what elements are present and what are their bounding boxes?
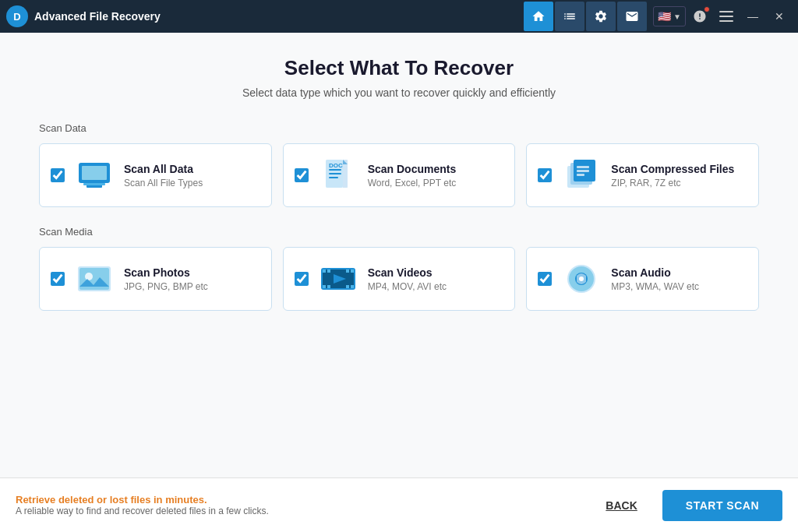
scan-photos-card[interactable]: Scan Photos JPG, PNG, BMP etc (39, 247, 272, 311)
scan-data-section: Scan Data Scan All Data Scan All File Ty… (39, 122, 759, 226)
scan-compressed-card[interactable]: Scan Compressed Files ZIP, RAR, 7Z etc (526, 143, 759, 207)
footer-message: Retrieve deleted or lost files in minute… (16, 494, 596, 516)
footer-actions: BACK START SCAN (596, 490, 782, 521)
scan-all-data-checkbox[interactable] (51, 168, 65, 182)
page-title: Select What To Recover (39, 56, 759, 80)
svg-rect-21 (577, 170, 589, 172)
scan-data-label: Scan Data (39, 122, 759, 134)
nav-home-button[interactable] (524, 2, 553, 31)
svg-rect-15 (329, 177, 338, 178)
nav-settings-button[interactable] (586, 2, 616, 31)
scan-compressed-checkbox[interactable] (538, 168, 552, 182)
scan-documents-text: Scan Documents Word, Excel, PPT etc (368, 163, 504, 188)
scan-audio-subtitle: MP3, WMA, WAV etc (611, 281, 747, 292)
start-scan-button[interactable]: START SCAN (662, 490, 782, 521)
scan-compressed-title: Scan Compressed Files (611, 163, 747, 175)
close-button[interactable]: ✕ (767, 4, 792, 29)
scan-videos-card[interactable]: Scan Videos MP4, MOV, AVI etc (283, 247, 516, 311)
scan-documents-card[interactable]: DOC Scan Documents Word, Excel, PPT etc (283, 143, 516, 207)
nav-mail-button[interactable] (617, 2, 647, 31)
minimize-button[interactable]: — (740, 4, 765, 29)
title-bar: D Advanced File Recovery 🇺🇸 (0, 0, 798, 33)
flag-icon: 🇺🇸 (658, 10, 671, 23)
scan-all-data-card[interactable]: Scan All Data Scan All File Types (39, 143, 272, 207)
scan-all-data-subtitle: Scan All File Types (124, 178, 260, 188)
svg-rect-20 (577, 166, 589, 168)
svg-point-40 (579, 277, 584, 281)
scan-photos-icon (76, 260, 113, 298)
scan-media-grid: Scan Photos JPG, PNG, BMP etc (39, 247, 759, 311)
notification-badge-dot (704, 6, 710, 12)
scan-documents-checkbox[interactable] (295, 168, 309, 182)
scan-videos-checkbox[interactable] (295, 272, 309, 286)
scan-media-label: Scan Media (39, 226, 759, 238)
hamburger-button[interactable] (714, 4, 739, 29)
svg-rect-36 (351, 285, 354, 288)
svg-rect-12 (343, 160, 348, 188)
title-right-controls: 🇺🇸 ▼ — ✕ (653, 4, 792, 29)
svg-rect-2 (719, 11, 733, 12)
scan-documents-title: Scan Documents (368, 163, 504, 175)
svg-rect-14 (329, 173, 341, 174)
scan-audio-icon (563, 260, 600, 298)
scan-compressed-icon (563, 157, 600, 194)
svg-rect-13 (329, 169, 341, 171)
minimize-icon: — (747, 10, 758, 23)
scan-videos-icon (320, 260, 357, 298)
scan-media-section: Scan Media Scan Photos JPG, PNG, BMP etc (39, 226, 759, 329)
svg-rect-34 (351, 270, 354, 273)
scan-audio-card[interactable]: Scan Audio MP3, WMA, WAV etc (526, 247, 759, 311)
scan-photos-title: Scan Photos (124, 266, 260, 279)
scan-audio-checkbox[interactable] (538, 272, 552, 286)
scan-audio-title: Scan Audio (611, 266, 747, 279)
notification-container (687, 4, 712, 29)
scan-all-data-icon (76, 157, 113, 194)
svg-text:D: D (13, 11, 20, 23)
close-icon: ✕ (775, 10, 784, 23)
scan-videos-text: Scan Videos MP4, MOV, AVI etc (368, 266, 504, 292)
main-content: Select What To Recover Select data type … (0, 33, 798, 477)
language-button[interactable]: 🇺🇸 ▼ (653, 6, 686, 26)
scan-compressed-subtitle: ZIP, RAR, 7Z etc (611, 178, 747, 188)
flag-dropdown-icon: ▼ (673, 12, 681, 21)
footer-primary-message: Retrieve deleted or lost files in minute… (16, 494, 596, 506)
back-button[interactable]: BACK (596, 493, 646, 518)
scan-documents-subtitle: Word, Excel, PPT etc (368, 178, 504, 188)
svg-rect-3 (719, 16, 733, 17)
app-logo: D (6, 5, 28, 27)
svg-rect-33 (346, 270, 349, 273)
footer-secondary-message: A reliable way to find and recover delet… (16, 506, 596, 516)
svg-rect-31 (323, 285, 326, 288)
scan-photos-text: Scan Photos JPG, PNG, BMP etc (124, 266, 260, 292)
svg-rect-35 (346, 285, 349, 288)
scan-all-data-text: Scan All Data Scan All File Types (124, 163, 260, 188)
svg-rect-29 (323, 270, 326, 273)
page-subtitle: Select data type which you want to recov… (39, 86, 759, 99)
app-title: Advanced File Recovery (34, 10, 524, 23)
scan-photos-checkbox[interactable] (51, 272, 65, 286)
scan-data-grid: Scan All Data Scan All File Types (39, 143, 759, 207)
scan-all-data-title: Scan All Data (124, 163, 260, 175)
title-nav (524, 2, 647, 31)
svg-rect-22 (577, 174, 584, 176)
svg-rect-8 (83, 183, 105, 185)
svg-rect-4 (719, 20, 733, 22)
svg-rect-32 (327, 285, 330, 288)
scan-photos-subtitle: JPG, PNG, BMP etc (124, 281, 260, 292)
scan-compressed-text: Scan Compressed Files ZIP, RAR, 7Z etc (611, 163, 747, 188)
scan-videos-title: Scan Videos (368, 266, 504, 279)
nav-list-button[interactable] (555, 2, 584, 31)
svg-rect-30 (327, 270, 330, 273)
scan-documents-icon: DOC (320, 157, 357, 194)
scan-audio-text: Scan Audio MP3, WMA, WAV etc (611, 266, 747, 292)
svg-rect-6 (82, 166, 107, 180)
scan-videos-subtitle: MP4, MOV, AVI etc (368, 281, 504, 292)
svg-point-25 (85, 273, 93, 280)
svg-text:DOC: DOC (329, 162, 343, 169)
footer: Retrieve deleted or lost files in minute… (0, 477, 798, 532)
